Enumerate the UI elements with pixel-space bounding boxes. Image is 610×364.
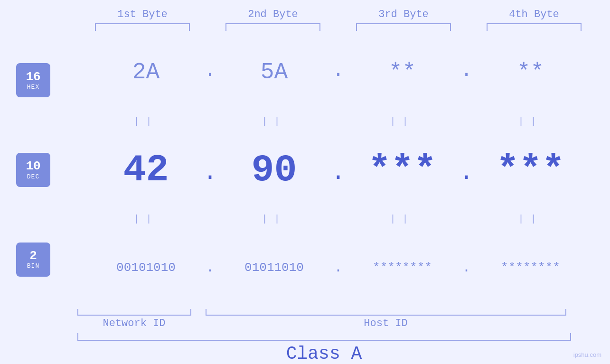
dec-byte4-cell: *** bbox=[474, 149, 588, 192]
data-rows: 2A . 5A . ** . ** bbox=[66, 31, 610, 309]
bracket-network bbox=[77, 309, 191, 316]
badge-bin-label: BIN bbox=[27, 262, 39, 270]
bin-byte4: ******** bbox=[501, 261, 560, 275]
pipe1-b2: || bbox=[217, 116, 331, 127]
dec-row-group: 42 . 90 . *** . *** bbox=[66, 129, 610, 211]
badges-column: 16 HEX 10 DEC 2 BIN bbox=[0, 31, 66, 309]
bin-byte2: 01011010 bbox=[244, 261, 304, 275]
dec-byte4: *** bbox=[496, 149, 564, 192]
bin-byte1-cell: 00101010 bbox=[89, 261, 203, 275]
class-label-row: Class A bbox=[77, 344, 571, 364]
dec-dot1: . bbox=[203, 159, 217, 186]
badge-bin: 2 BIN bbox=[16, 243, 50, 277]
hex-byte3-cell: ** bbox=[346, 59, 460, 85]
byte2-header: 2nd Byte bbox=[221, 9, 325, 20]
pipe2-b2: || bbox=[217, 214, 331, 224]
bin-row-group: 00101010 . 01011010 . ******** . *******… bbox=[66, 226, 610, 309]
bin-byte1: 00101010 bbox=[116, 261, 176, 275]
dec-byte2-cell: 90 bbox=[217, 149, 331, 192]
byte4-header: 4th Byte bbox=[482, 9, 586, 20]
badge-bin-num: 2 bbox=[29, 249, 37, 263]
bracket-top-4 bbox=[487, 23, 582, 31]
pipe-sep-1: || || || || bbox=[66, 113, 610, 129]
full-bracket-wrapper bbox=[77, 329, 600, 341]
bin-byte4-cell: ******** bbox=[474, 261, 588, 275]
hex-byte4: ** bbox=[517, 59, 544, 85]
host-id-label: Host ID bbox=[206, 317, 566, 329]
hex-dot2: . bbox=[331, 59, 346, 82]
bracket-host bbox=[206, 309, 566, 316]
hex-byte1-cell: 2A bbox=[89, 59, 203, 85]
bin-byte2-cell: 01011010 bbox=[217, 261, 331, 275]
hex-dot1: . bbox=[203, 59, 217, 82]
pipe1-b4: || bbox=[474, 116, 588, 127]
byte1-header: 1st Byte bbox=[90, 9, 195, 20]
rows-wrapper: 16 HEX 10 DEC 2 BIN 2A . bbox=[0, 31, 610, 309]
bin-dot2: . bbox=[331, 260, 346, 276]
bottom-brackets-row bbox=[77, 309, 600, 316]
badge-hex-label: HEX bbox=[27, 84, 39, 91]
dec-byte1: 42 bbox=[123, 149, 169, 192]
hex-row-group: 2A . 5A . ** . ** bbox=[66, 31, 610, 113]
dec-dot3: . bbox=[460, 159, 474, 186]
hex-byte2: 5A bbox=[261, 59, 288, 85]
main-container: 1st Byte 2nd Byte 3rd Byte 4th Byte 16 H… bbox=[0, 0, 610, 364]
pipe2-b4: || bbox=[474, 214, 588, 224]
dec-value-row: 42 . 90 . *** . *** bbox=[66, 129, 610, 211]
pipe1-b1: || bbox=[89, 116, 203, 127]
bottom-section: Network ID Host ID Class A bbox=[77, 309, 600, 364]
pipe2-b1: || bbox=[89, 214, 203, 224]
bracket-top-3 bbox=[356, 23, 451, 31]
badge-hex-num: 16 bbox=[26, 70, 40, 84]
pipe-sep-2: || || || || bbox=[66, 211, 610, 226]
pipe1-b3: || bbox=[346, 116, 460, 127]
badge-dec: 10 DEC bbox=[16, 153, 50, 187]
dec-byte1-cell: 42 bbox=[89, 149, 203, 192]
dec-byte3-cell: *** bbox=[346, 149, 460, 192]
dec-byte3: *** bbox=[368, 149, 436, 192]
top-brackets bbox=[77, 23, 600, 31]
bin-byte3: ******** bbox=[373, 261, 432, 275]
dec-dot2: . bbox=[331, 159, 346, 186]
pipe2-b3: || bbox=[346, 214, 460, 224]
bracket-top-1 bbox=[95, 23, 190, 31]
badge-dec-num: 10 bbox=[26, 159, 40, 173]
hex-byte2-cell: 5A bbox=[217, 59, 331, 85]
dec-byte2: 90 bbox=[251, 149, 297, 192]
full-bracket bbox=[77, 333, 571, 341]
bracket-top-2 bbox=[225, 23, 320, 31]
hex-value-row: 2A . 5A . ** . ** bbox=[66, 31, 610, 113]
hex-dot3: . bbox=[460, 59, 474, 82]
badge-dec-label: DEC bbox=[27, 173, 39, 180]
class-label: Class A bbox=[286, 344, 362, 364]
hex-byte3: ** bbox=[389, 59, 416, 85]
watermark: ipshu.com bbox=[573, 351, 601, 358]
hex-byte1: 2A bbox=[132, 59, 160, 85]
bin-value-row: 00101010 . 01011010 . ******** . *******… bbox=[66, 226, 610, 309]
bin-byte3-cell: ******** bbox=[346, 261, 460, 275]
byte3-header: 3rd Byte bbox=[351, 9, 456, 20]
badge-hex: 16 HEX bbox=[16, 63, 50, 97]
byte-headers: 1st Byte 2nd Byte 3rd Byte 4th Byte bbox=[77, 9, 600, 20]
bin-dot3: . bbox=[460, 260, 474, 276]
hex-byte4-cell: ** bbox=[474, 59, 588, 85]
network-id-label: Network ID bbox=[77, 317, 191, 329]
network-host-labels: Network ID Host ID bbox=[77, 317, 600, 329]
bin-dot1: . bbox=[203, 260, 217, 276]
